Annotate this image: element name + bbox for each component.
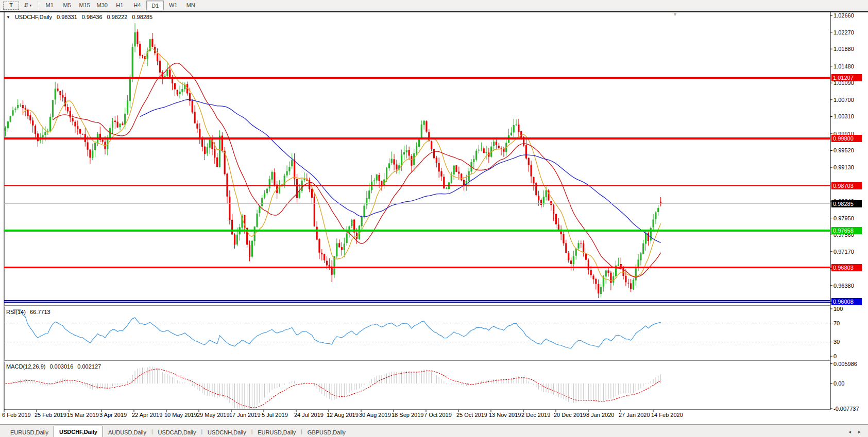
rsi-axis-label: 100: [833, 306, 843, 312]
rsi-line: [13, 310, 661, 348]
chart-title: ▼ USDCHF,Daily 0.98331 0.98436 0.98222 0…: [6, 14, 152, 20]
ohlc-low: 0.98222: [107, 14, 128, 20]
chart-tab-eurusd-5[interactable]: EURUSD,Daily: [252, 427, 301, 437]
chart-canvas[interactable]: [0, 0, 868, 437]
date-axis-label: 2 Dec 2019: [521, 412, 550, 418]
date-axis-label: 3 Apr 2019: [99, 412, 127, 418]
chart-expand-arrow-icon[interactable]: ▼: [6, 15, 10, 20]
price-axis-label: 1.01880: [833, 46, 854, 52]
price-tag-0.99800: 0.99800: [831, 135, 862, 142]
date-axis-label: 7 Oct 2019: [424, 412, 452, 418]
macd-axis-label: -0.007737: [833, 406, 859, 412]
date-axis-label: 15 Mar 2019: [67, 412, 99, 418]
macd-histogram-layer: [6, 366, 661, 409]
chart-tab-usdcnh-4[interactable]: USDCNH,Daily: [202, 427, 251, 437]
price-tag-0.98703: 0.98703: [831, 182, 862, 189]
date-axis-label: 25 Feb 2019: [35, 412, 66, 418]
macd-axis-label: 0.00: [833, 380, 844, 387]
price-axis-label: 0.99130: [833, 164, 854, 170]
macd-label: MACD(12,26,9)0.0030160.002127: [6, 363, 101, 370]
rsi-axis-label: 0: [833, 353, 837, 359]
chart-tab-bar: EURUSD,DailyUSDCHF,DailyAUDUSD,Daily|USD…: [0, 425, 868, 437]
mt4-window: T ⇵ ▾ M1M5M15M30H1H4D1W1MN ▼ USDCHF,Dail…: [0, 0, 868, 437]
date-axis-label: 14 Feb 2020: [651, 412, 683, 418]
symbol-period-label: USDCHF,Daily: [15, 14, 52, 20]
price-axis-label: 1.02660: [833, 12, 854, 19]
date-axis-label: 5 Jul 2019: [262, 412, 288, 418]
date-axis-label: 12 Aug 2019: [327, 412, 359, 418]
date-axis-label: 22 Apr 2019: [132, 412, 162, 418]
date-axis-label: 20 Dec 2019: [554, 412, 586, 418]
ma-20-line: [53, 63, 660, 277]
date-axis-label: 18 Sep 2019: [392, 412, 423, 418]
date-axis-label: 6 Feb 2019: [2, 412, 31, 418]
date-axis-label: 29 May 2019: [197, 412, 230, 418]
date-axis-label: 13 Nov 2019: [489, 412, 521, 418]
tabs-scroll-right-icon[interactable]: ▸: [858, 429, 861, 434]
date-axis-label: 24 Jul 2019: [294, 412, 324, 418]
date-axis-label: 17 Jun 2019: [229, 412, 261, 418]
rsi-axis-label: 30: [833, 339, 840, 345]
ma-55-line: [140, 100, 661, 243]
price-tag-0.97658: 0.97658: [831, 227, 862, 234]
price-axis-label: 0.99520: [833, 147, 854, 153]
chart-tab-usdchf-1[interactable]: USDCHF,Daily: [54, 426, 103, 437]
price-tag-0.96803: 0.96803: [831, 264, 862, 271]
macd-signal-line: [6, 369, 661, 408]
date-axis-label: 30 Aug 2019: [359, 412, 391, 418]
price-tag-0.98285: 0.98285: [831, 200, 862, 207]
price-axis-label: 0.96380: [833, 283, 854, 289]
price-axis-label: 1.00700: [833, 97, 854, 103]
date-axis-label: 10 May 2019: [164, 412, 197, 418]
ohlc-close: 0.98285: [132, 14, 152, 20]
chart-tab-usdcad-3[interactable]: USDCAD,Daily: [153, 427, 201, 437]
ohlc-high: 0.98436: [82, 14, 103, 20]
macd-axis-label: 0.005986: [833, 361, 857, 367]
price-axis-label: 0.97950: [833, 215, 854, 221]
date-axis-label: 27 Jan 2020: [619, 412, 650, 418]
price-axis-label: 1.02270: [833, 29, 854, 36]
price-axis-label: 1.00310: [833, 113, 854, 119]
ohlc-open: 0.98331: [57, 14, 77, 20]
date-axis-label: 8 Jan 2020: [586, 412, 614, 418]
chart-tab-gbpusd-6[interactable]: GBPUSD,Daily: [302, 427, 351, 437]
chart-shift-marker-icon[interactable]: ▼: [673, 12, 677, 17]
chart-tab-eurusd-0[interactable]: EURUSD,Daily: [5, 427, 54, 437]
rsi-label: RSI(14)66.7713: [6, 309, 50, 315]
price-axis-label: 0.97170: [833, 249, 854, 255]
rsi-axis-label: 70: [833, 320, 840, 326]
price-axis-label: 1.01480: [833, 63, 854, 69]
date-axis-label: 25 Oct 2019: [456, 412, 487, 418]
price-tag-1.01207: 1.01207: [831, 74, 862, 81]
tabs-scroll-left-icon[interactable]: ◂: [848, 429, 851, 434]
chart-tab-audusd-2[interactable]: AUDUSD,Daily: [103, 427, 151, 437]
price-tag-0.96008: 0.96008: [831, 298, 862, 305]
